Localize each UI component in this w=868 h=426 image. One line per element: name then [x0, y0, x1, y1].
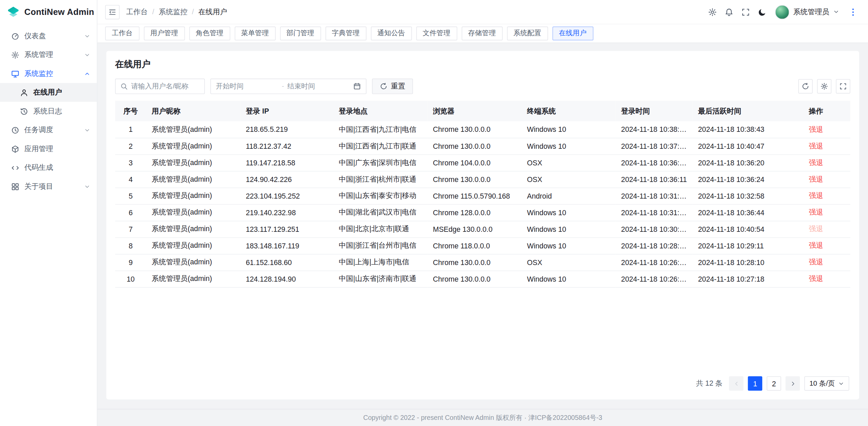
page-size-select[interactable]: 10 条/页 — [804, 376, 849, 390]
moon-icon — [758, 7, 767, 16]
column-header-ip: 登录 IP — [240, 101, 333, 121]
tab-item[interactable]: 存储管理 — [461, 26, 502, 40]
cell-last_active: 2024-11-18 10:38:43 — [692, 121, 803, 138]
cell-os: Windows 10 — [521, 221, 616, 237]
sidebar-item-label: 代码生成 — [24, 163, 90, 173]
force-logout-link[interactable]: 强退 — [809, 142, 823, 150]
cell-nickname: 系统管理员(admin) — [146, 121, 240, 138]
sidebar-item-about-project[interactable]: 关于项目 — [0, 177, 97, 196]
fullscreen-button[interactable] — [738, 5, 753, 19]
cell-os: OSX — [521, 254, 616, 270]
sidebar-item-system-monitor[interactable]: 系统监控 — [0, 64, 97, 83]
main-area: 工作台/系统监控/在线用户 系统管理员 工作台用户管理角色管理菜单管理部门管理字… — [97, 0, 868, 426]
reset-button-label: 重置 — [391, 81, 405, 91]
tab-item[interactable]: 通知公告 — [371, 26, 412, 40]
grid-icon — [11, 182, 19, 190]
page-button[interactable]: 1 — [748, 376, 762, 390]
force-logout-link[interactable]: 强退 — [809, 258, 823, 266]
chevron-down-icon — [84, 52, 90, 58]
calendar-icon — [353, 82, 361, 90]
search-box — [115, 79, 205, 94]
sidebar-item-label: 仪表盘 — [24, 31, 79, 41]
force-logout-link[interactable]: 强退 — [809, 191, 823, 200]
page-button[interactable]: 2 — [767, 376, 781, 390]
sidebar-item-code-generation[interactable]: 代码生成 — [0, 158, 97, 177]
bell-button[interactable] — [722, 5, 736, 19]
breadcrumb-separator: / — [152, 8, 154, 16]
force-logout-link[interactable]: 强退 — [809, 175, 823, 183]
tab-item[interactable]: 菜单管理 — [234, 26, 275, 40]
sidebar-item-label: 应用管理 — [24, 144, 90, 154]
column-header-no: 序号 — [115, 101, 146, 121]
logo[interactable]: ContiNew Admin — [0, 0, 97, 24]
cell-last_active: 2024-11-18 10:36:44 — [692, 204, 803, 221]
tab-bar: 工作台用户管理角色管理菜单管理部门管理字典管理通知公告文件管理存储管理系统配置在… — [97, 24, 868, 43]
settings-button[interactable] — [817, 79, 831, 93]
settings-icon — [708, 7, 717, 16]
prev-page-button[interactable] — [729, 376, 743, 390]
breadcrumb-item[interactable]: 工作台 — [126, 7, 148, 17]
force-logout-link[interactable]: 强退 — [809, 241, 823, 249]
cell-ip: 124.128.194.90 — [240, 270, 333, 287]
sidebar-item-dashboard[interactable]: 仪表盘 — [0, 26, 97, 45]
search-input[interactable] — [131, 82, 200, 90]
username: 系统管理员 — [793, 7, 829, 17]
cell-login_time: 2024-11-18 10:28:39 — [616, 237, 693, 254]
cell-login_time: 2024-11-18 10:26:32 — [616, 270, 693, 287]
cell-os: Windows 10 — [521, 138, 616, 155]
cell-location: 中国|浙江省|台州市|电信 — [333, 237, 428, 254]
tab-item[interactable]: 部门管理 — [280, 26, 321, 40]
sidebar-item-system-management[interactable]: 系统管理 — [0, 45, 97, 64]
settings-button[interactable] — [705, 5, 719, 19]
force-logout-link[interactable]: 强退 — [809, 275, 823, 283]
toolbar: 开始时间 - 结束时间 重置 — [115, 79, 850, 94]
cell-location: 中国|山东省|济南市|联通 — [333, 270, 428, 287]
sidebar-item-label: 系统日志 — [33, 106, 90, 116]
sidebar-item-task-scheduling[interactable]: 任务调度 — [0, 121, 97, 140]
cell-browser: Chrome 115.0.5790.168 — [427, 187, 521, 204]
sidebar-menu: 仪表盘系统管理系统监控在线用户系统日志任务调度应用管理代码生成关于项目 — [0, 24, 97, 426]
tab-item[interactable]: 字典管理 — [325, 26, 366, 40]
user-menu[interactable]: 系统管理员 — [773, 5, 841, 19]
table-row: 4系统管理员(admin)124.90.42.226中国|浙江省|杭州市|联通C… — [115, 171, 850, 187]
tab-item[interactable]: 在线用户 — [552, 26, 593, 40]
breadcrumb-item[interactable]: 在线用户 — [198, 7, 227, 17]
refresh-button[interactable] — [798, 79, 812, 93]
date-range-picker[interactable]: 开始时间 - 结束时间 — [210, 79, 366, 94]
cell-ip: 223.104.195.252 — [240, 187, 333, 204]
force-logout-link[interactable]: 强退 — [809, 225, 823, 233]
tab-item[interactable]: 工作台 — [105, 26, 139, 40]
table-header-row: 序号用户昵称登录 IP登录地点浏览器终端系统登录时间最后活跃时间操作 — [115, 101, 850, 121]
breadcrumb-separator: / — [192, 8, 194, 16]
cell-nickname: 系统管理员(admin) — [146, 237, 240, 254]
sidebar-item-app-management[interactable]: 应用管理 — [0, 139, 97, 158]
date-range-separator: - — [282, 82, 284, 90]
date-end-placeholder: 结束时间 — [287, 82, 350, 91]
next-page-button[interactable] — [786, 376, 800, 390]
column-header-last_active: 最后活跃时间 — [692, 101, 803, 121]
force-logout-link[interactable]: 强退 — [809, 125, 823, 133]
app-title: ContiNew Admin — [24, 7, 94, 17]
more-actions-button[interactable] — [846, 5, 860, 19]
sidebar-collapse-button[interactable] — [105, 5, 119, 19]
topbar-right: 系统管理员 — [705, 5, 860, 19]
force-logout-link[interactable]: 强退 — [809, 158, 823, 166]
pagination: 共 12 条 12 10 条/页 — [115, 367, 850, 393]
cell-nickname: 系统管理员(admin) — [146, 171, 240, 187]
tab-item[interactable]: 角色管理 — [189, 26, 230, 40]
cell-browser: MSEdge 130.0.0.0 — [427, 221, 521, 237]
bell-icon — [725, 7, 733, 16]
moon-button[interactable] — [755, 5, 769, 19]
tab-item[interactable]: 用户管理 — [144, 26, 185, 40]
fullscreen-button[interactable] — [836, 79, 850, 93]
table-row: 7系统管理员(admin)123.117.129.251中国|北京|北京市|联通… — [115, 221, 850, 237]
sidebar-item-system-logs[interactable]: 系统日志 — [0, 102, 97, 121]
tab-item[interactable]: 文件管理 — [416, 26, 457, 40]
sidebar-item-label: 系统管理 — [24, 50, 79, 60]
tab-item[interactable]: 系统配置 — [507, 26, 548, 40]
force-logout-link[interactable]: 强退 — [809, 208, 823, 216]
breadcrumb-item[interactable]: 系统监控 — [159, 7, 188, 17]
reset-button[interactable]: 重置 — [372, 79, 413, 94]
cell-login_time: 2024-11-18 10:36:11 — [616, 171, 693, 187]
sidebar-item-online-users[interactable]: 在线用户 — [0, 83, 97, 102]
